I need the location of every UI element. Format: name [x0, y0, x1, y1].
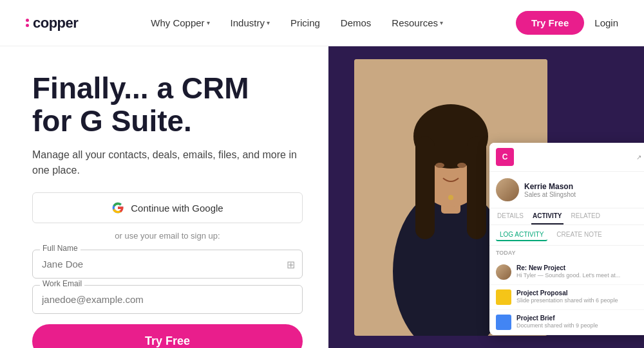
header: copper Why Copper ▾ Industry ▾ Pricing D…: [0, 0, 644, 46]
list-item: Project Brief Document shared with 9 peo…: [489, 310, 644, 335]
continue-with-google-button[interactable]: Continue with Google: [32, 192, 303, 223]
hero-headline: Finally... a CRM for G Suite.: [32, 72, 303, 137]
chevron-down-icon: ▾: [267, 19, 270, 26]
crm-item-desc: Document shared with 9 people: [516, 322, 644, 329]
subtab-log-activity[interactable]: LOG ACTIVITY: [496, 229, 547, 241]
crm-user-name: Kerrie Mason: [524, 182, 576, 191]
crm-user-title: Sales at Slingshot: [524, 191, 576, 198]
logo[interactable]: copper: [26, 15, 78, 32]
crm-item-text: Re: New Project Hi Tyler — Sounds good. …: [516, 264, 644, 279]
nav-item-pricing[interactable]: Pricing: [283, 12, 328, 33]
tab-activity[interactable]: ACTIVITY: [531, 208, 564, 224]
chevron-down-icon: ▾: [440, 19, 443, 26]
crm-item-text: Project Proposal Slide presentation shar…: [516, 289, 644, 304]
crm-card-header: C ↗ ⋮: [489, 143, 644, 172]
google-icon: [111, 201, 124, 214]
chevron-down-icon: ▾: [207, 19, 210, 26]
document-icon: [496, 289, 511, 305]
avatar: [496, 178, 519, 201]
logo-dots: [26, 19, 29, 27]
crm-today-label: Today: [489, 246, 644, 260]
logo-dot-2: [26, 24, 29, 27]
crm-item-title: Project Proposal: [516, 289, 644, 297]
nav-actions: Try Free Login: [516, 11, 618, 35]
full-name-label: Full Name: [40, 244, 80, 253]
svg-rect-5: [415, 136, 435, 239]
svg-point-9: [448, 195, 453, 200]
crm-tabs: DETAILS ACTIVITY RELATED: [489, 208, 644, 225]
tab-details[interactable]: DETAILS: [496, 208, 525, 224]
avatar: [496, 264, 511, 280]
try-free-button[interactable]: Try Free: [32, 324, 303, 348]
work-email-group: Work Email: [32, 285, 303, 314]
crm-item-title: Re: New Project: [516, 264, 644, 271]
left-panel: Finally... a CRM for G Suite. Manage all…: [0, 46, 328, 348]
nav-item-demos[interactable]: Demos: [333, 12, 379, 33]
svg-point-7: [435, 163, 444, 168]
login-button[interactable]: Login: [594, 17, 618, 28]
crm-item-text: Project Brief Document shared with 9 peo…: [516, 315, 644, 329]
nav-item-why-copper[interactable]: Why Copper ▾: [143, 12, 217, 33]
or-text: or use your email to sign up:: [32, 231, 303, 241]
full-name-group: Full Name ⊞: [32, 250, 303, 279]
list-item: Re: New Project Hi Tyler — Sounds good. …: [489, 260, 644, 285]
work-email-input[interactable]: [32, 285, 303, 314]
try-free-nav-button[interactable]: Try Free: [516, 11, 584, 35]
crm-card: C ↗ ⋮ Kerrie Mason Sales at Slingshot DE…: [489, 143, 644, 335]
subtab-create-note[interactable]: CREATE NOTE: [553, 229, 605, 241]
crm-item-desc: Hi Tyler — Sounds good. Let's meet at...: [516, 272, 644, 279]
right-panel: C ↗ ⋮ Kerrie Mason Sales at Slingshot DE…: [328, 46, 644, 348]
logo-text: copper: [33, 15, 78, 32]
main-nav: Why Copper ▾ Industry ▾ Pricing Demos Re…: [143, 12, 451, 33]
logo-dot-1: [26, 19, 29, 22]
crm-user-section: Kerrie Mason Sales at Slingshot: [489, 172, 644, 208]
external-link-icon: ↗: [636, 154, 641, 161]
main-content: Finally... a CRM for G Suite. Manage all…: [0, 46, 644, 348]
work-email-label: Work Email: [40, 279, 84, 288]
crm-user-info: Kerrie Mason Sales at Slingshot: [524, 182, 576, 198]
list-item: Project Proposal Slide presentation shar…: [489, 285, 644, 310]
contact-card-icon: ⊞: [287, 258, 295, 270]
crm-subtabs: LOG ACTIVITY CREATE NOTE: [489, 225, 644, 246]
nav-item-resources[interactable]: Resources ▾: [384, 12, 451, 33]
hero-subheadline: Manage all your contacts, deals, emails,…: [32, 147, 303, 178]
crm-item-title: Project Brief: [516, 315, 644, 322]
tab-related[interactable]: RELATED: [570, 208, 601, 224]
full-name-input[interactable]: [32, 250, 303, 279]
nav-item-industry[interactable]: Industry ▾: [223, 12, 278, 33]
svg-rect-6: [467, 136, 486, 239]
svg-point-8: [457, 163, 466, 168]
document-icon: [496, 315, 511, 330]
copper-app-icon: C: [496, 148, 514, 166]
crm-item-desc: Slide presentation shared with 6 people: [516, 297, 644, 304]
